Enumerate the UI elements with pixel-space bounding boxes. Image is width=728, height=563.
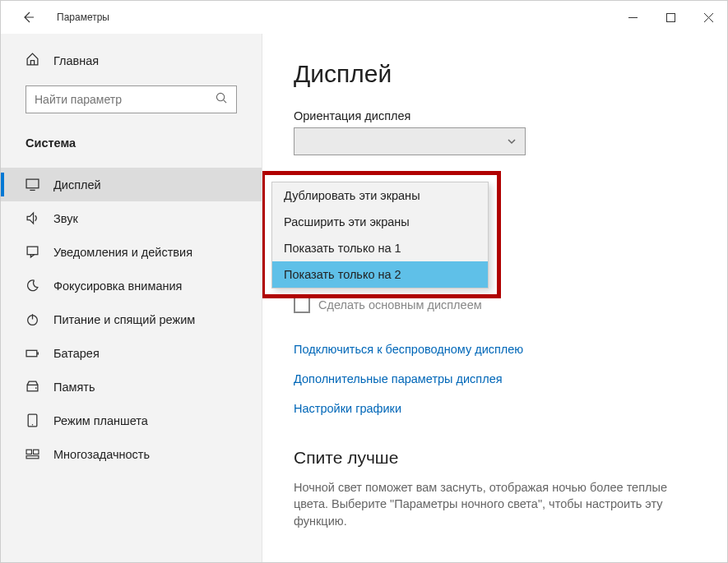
svg-rect-19 — [26, 456, 39, 459]
battery-icon — [26, 346, 39, 360]
link-wireless-display[interactable]: Подключиться к беспроводному дисплею — [294, 343, 694, 356]
sidebar-item-label: Питание и спящий режим — [53, 313, 195, 326]
dropdown-option-duplicate[interactable]: Дублировать эти экраны — [272, 182, 488, 209]
link-graphics-settings[interactable]: Настройки графики — [294, 402, 694, 415]
orientation-label: Ориентация дисплея — [294, 109, 694, 122]
sidebar-item-label: Режим планшета — [53, 414, 148, 427]
back-button[interactable] — [16, 5, 40, 30]
sidebar-item-label: Дисплей — [53, 178, 101, 192]
svg-point-16 — [32, 424, 33, 425]
primary-display-row: Сделать основным дисплеем — [294, 297, 694, 313]
search-input-container[interactable] — [26, 85, 237, 113]
sleep-heading: Спите лучше — [294, 448, 694, 468]
dropdown-option-only2[interactable]: Показать только на 2 — [272, 261, 488, 288]
chevron-down-icon — [507, 136, 517, 146]
svg-rect-17 — [26, 450, 31, 454]
sidebar-item-notifications[interactable]: Уведомления и действия — [1, 235, 262, 269]
page-title: Дисплей — [294, 60, 694, 88]
minimize-button[interactable] — [614, 1, 651, 34]
storage-icon — [26, 380, 39, 394]
multitask-icon — [26, 447, 39, 461]
window-controls — [614, 1, 727, 34]
sidebar-item-label: Уведомления и действия — [53, 246, 192, 259]
svg-rect-6 — [26, 179, 39, 188]
content-container: Главная Система Дисплей Звук Уведомления… — [1, 34, 727, 562]
maximize-icon — [666, 13, 675, 22]
search-icon — [216, 92, 228, 108]
link-advanced-display[interactable]: Дополнительные параметры дисплея — [294, 372, 694, 385]
maximize-button[interactable] — [651, 1, 689, 34]
svg-rect-8 — [27, 247, 38, 255]
primary-display-label: Сделать основным дисплеем — [318, 298, 482, 311]
svg-point-4 — [216, 93, 224, 100]
orientation-select[interactable] — [294, 127, 526, 155]
sleep-description: Ночной свет поможет вам заснуть, отображ… — [294, 479, 694, 529]
sidebar-item-label: Многозадачность — [53, 448, 150, 461]
svg-point-14 — [35, 387, 37, 389]
sidebar: Главная Система Дисплей Звук Уведомления… — [1, 34, 262, 562]
tablet-icon — [26, 413, 39, 427]
close-button[interactable] — [689, 1, 727, 34]
sidebar-item-sound[interactable]: Звук — [1, 201, 262, 235]
minimize-icon — [628, 13, 638, 22]
svg-rect-1 — [666, 13, 675, 21]
svg-line-5 — [224, 99, 226, 102]
arrow-left-icon — [21, 11, 35, 24]
notification-icon — [26, 245, 39, 259]
sidebar-item-storage[interactable]: Память — [1, 370, 262, 404]
sidebar-item-focus[interactable]: Фокусировка внимания — [1, 269, 262, 302]
sidebar-item-tablet[interactable]: Режим планшета — [1, 404, 262, 437]
svg-rect-11 — [26, 350, 37, 356]
window-title: Параметры — [57, 12, 614, 23]
sound-icon — [26, 211, 39, 225]
sidebar-item-display[interactable]: Дисплей — [1, 168, 262, 201]
main-content: Дисплей Ориентация дисплея Дублировать э… — [262, 34, 727, 562]
sidebar-item-label: Звук — [53, 212, 78, 225]
section-title: Система — [1, 128, 262, 168]
titlebar: Параметры — [1, 1, 727, 34]
sidebar-item-label: Фокусировка внимания — [53, 279, 182, 293]
home-nav[interactable]: Главная — [1, 44, 262, 82]
home-label: Главная — [53, 54, 99, 67]
search-input[interactable] — [35, 93, 216, 106]
sidebar-item-label: Память — [53, 381, 95, 394]
dropdown-option-extend[interactable]: Расширить эти экраны — [272, 209, 488, 235]
close-icon — [704, 13, 713, 22]
sidebar-item-power[interactable]: Питание и спящий режим — [1, 302, 262, 336]
sidebar-item-battery[interactable]: Батарея — [1, 336, 262, 370]
display-mode-dropdown: Дублировать эти экраны Расширить эти экр… — [271, 182, 489, 288]
svg-rect-18 — [34, 450, 39, 454]
moon-icon — [26, 279, 39, 293]
svg-rect-12 — [37, 352, 39, 354]
display-icon — [26, 178, 39, 192]
primary-display-checkbox[interactable] — [294, 297, 310, 313]
home-icon — [26, 52, 39, 69]
sidebar-item-multitask[interactable]: Многозадачность — [1, 437, 262, 471]
power-icon — [26, 312, 39, 326]
sidebar-item-label: Батарея — [53, 347, 100, 360]
dropdown-option-only1[interactable]: Показать только на 1 — [272, 235, 488, 261]
